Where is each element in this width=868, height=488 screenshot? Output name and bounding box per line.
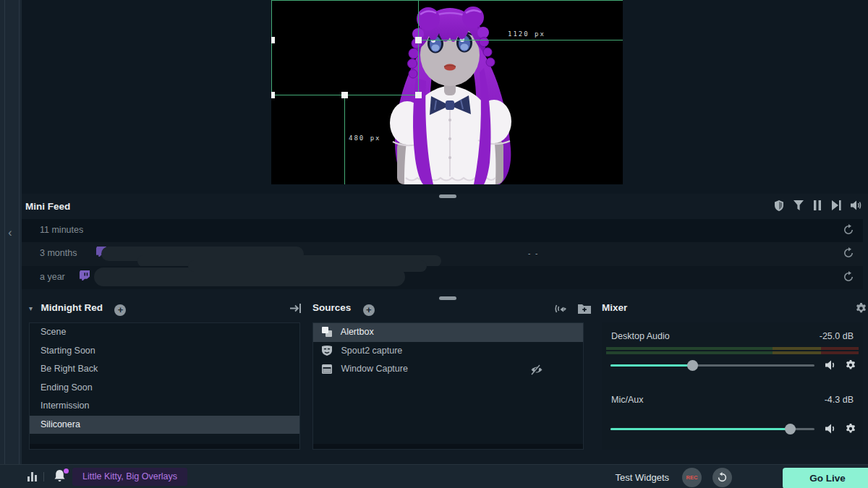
mixer-settings-gear-icon[interactable]: [856, 303, 867, 314]
window-icon: [322, 364, 332, 374]
volume-slider[interactable]: [610, 424, 814, 434]
feed-event-row[interactable]: a year: [22, 266, 863, 289]
feed-panels-divider-handle[interactable]: [439, 296, 456, 300]
mixer-body: Desktop Audio -25.0 dB Mic/Aux -4.3 dB: [602, 322, 863, 450]
test-widgets-button[interactable]: Test Widgets: [616, 472, 669, 483]
mixer-panel-header: Mixer: [602, 301, 862, 318]
resize-handle-bottom-mid[interactable]: [341, 92, 348, 98]
sources-scrollbar-track[interactable]: [313, 444, 583, 449]
notifications-bell-icon[interactable]: [54, 469, 68, 484]
channel-name: Desktop Audio: [611, 331, 670, 341]
visibility-eye-slash-icon[interactable]: [530, 364, 543, 382]
replay-event-icon[interactable]: [843, 224, 854, 239]
redacted-dashes: - -: [528, 249, 539, 257]
scene-item-selected[interactable]: Siliconera: [30, 416, 299, 435]
height-measure-line: [344, 95, 345, 184]
sources-panel-header: Sources +: [312, 301, 587, 318]
stream-preview-area[interactable]: 1120 px 480 px: [22, 0, 868, 194]
redacted-text: [188, 260, 427, 272]
source-name: Window Capture: [341, 364, 407, 374]
resize-handle-bottom-right[interactable]: [415, 92, 422, 98]
channel-mute-speaker-icon[interactable]: [825, 424, 837, 434]
twitch-icon: [80, 270, 90, 281]
channel-volume-value: -4.3 dB: [825, 395, 854, 405]
footer-divider: [43, 472, 44, 481]
volume-icon[interactable]: [851, 200, 862, 210]
scene-item[interactable]: Starting Soon: [30, 342, 299, 361]
resize-handle-bottom-left[interactable]: [271, 92, 275, 98]
replay-buffer-button[interactable]: [712, 468, 732, 487]
sources-list: Alertbox Spout2 capture Window Capture: [312, 322, 584, 450]
skip-to-end-icon[interactable]: [831, 200, 841, 210]
mini-feed-list: 11 minutes 3 months - - a year: [22, 219, 863, 289]
replay-event-icon[interactable]: [843, 247, 854, 262]
scene-transitions-icon[interactable]: [289, 303, 302, 314]
footer-bar: Little Kitty, Big Overlays Test Widgets …: [0, 464, 868, 488]
scenes-scrollbar-track[interactable]: [30, 444, 299, 449]
feed-event-row[interactable]: 11 minutes: [22, 219, 863, 242]
resize-handle-right-mid[interactable]: [415, 37, 422, 43]
record-button[interactable]: REC: [682, 468, 702, 487]
notification-message[interactable]: Little Kitty, Big Overlays: [72, 468, 187, 486]
mini-feed-header: Mini Feed: [22, 198, 868, 217]
slider-knob[interactable]: [785, 424, 796, 435]
speaker-waves-icon[interactable]: [554, 303, 568, 314]
widget-icon: [322, 327, 332, 337]
scenes-panel-header: ▾ Midnight Red +: [29, 301, 304, 318]
scene-item[interactable]: Ending Soon: [30, 379, 299, 398]
resize-handle-left-mid[interactable]: [271, 37, 275, 43]
scene-canvas[interactable]: 1120 px 480 px: [271, 0, 623, 184]
performance-stats-icon[interactable]: [27, 471, 37, 481]
scene-item[interactable]: Scene: [30, 323, 299, 342]
mini-feed-title: Mini Feed: [25, 201, 70, 212]
height-measure-label: 480 px: [349, 134, 381, 142]
replay-event-icon[interactable]: [843, 271, 854, 286]
source-name: Spout2 capture: [341, 346, 402, 356]
go-live-button[interactable]: Go Live: [783, 468, 868, 488]
source-item[interactable]: Window Capture: [313, 360, 583, 379]
folder-plus-icon[interactable]: [578, 303, 591, 314]
width-measure-label: 1120 px: [508, 30, 545, 38]
source-item[interactable]: Spout2 capture: [313, 342, 583, 361]
selection-left-edge[interactable]: [271, 0, 272, 95]
scene-collection-title[interactable]: Midnight Red: [41, 302, 102, 313]
event-age: a year: [40, 272, 65, 282]
width-measure-line: [418, 40, 623, 40]
moderation-shield-icon[interactable]: [774, 200, 784, 211]
scene-item[interactable]: Be Right Back: [30, 360, 299, 379]
event-age: 11 minutes: [40, 225, 83, 235]
streamlabs-window: ‹: [0, 0, 868, 488]
vtuber-avatar[interactable]: [271, 0, 623, 184]
add-source-button[interactable]: +: [363, 304, 375, 316]
mixer-title: Mixer: [602, 302, 627, 313]
mask-icon: [322, 346, 332, 356]
selection-right-edge[interactable]: [418, 0, 419, 95]
feed-event-row[interactable]: 3 months - -: [22, 242, 863, 265]
vu-meter: [606, 347, 859, 350]
collapse-panel-chevron-icon[interactable]: ‹: [4, 226, 17, 240]
channel-settings-gear-icon[interactable]: [846, 360, 856, 370]
channel-volume-value: -25.0 dB: [820, 331, 854, 341]
volume-slider[interactable]: [610, 360, 814, 370]
vu-meter: [606, 351, 859, 354]
pause-icon[interactable]: [813, 200, 822, 210]
sources-title: Sources: [312, 302, 351, 313]
event-age: 3 months: [40, 248, 77, 258]
channel-name: Mic/Aux: [611, 395, 643, 405]
scenes-list: Scene Starting Soon Be Right Back Ending…: [29, 322, 300, 450]
channel-mute-speaker-icon[interactable]: [825, 360, 837, 370]
add-scene-button[interactable]: +: [114, 304, 126, 316]
channel-settings-gear-icon[interactable]: [846, 424, 856, 434]
filter-icon[interactable]: [793, 200, 804, 210]
notification-dot: [64, 468, 69, 474]
scene-item[interactable]: Intermission: [30, 397, 299, 416]
chevron-down-icon[interactable]: ▾: [29, 304, 33, 312]
canvas-top-edge-line: [271, 0, 623, 1]
source-name: Alertbox: [341, 327, 374, 337]
slider-knob[interactable]: [687, 360, 698, 371]
source-item-selected[interactable]: Alertbox: [313, 323, 583, 342]
